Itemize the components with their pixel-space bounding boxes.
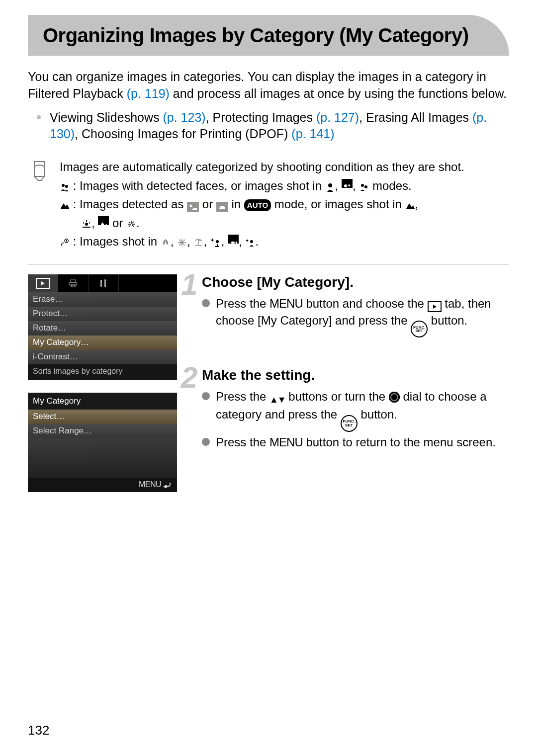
step-number: 1 — [181, 267, 197, 302]
night-snapshot-mode-icon — [342, 179, 353, 188]
menu-footer: MENU — [28, 478, 177, 492]
note-scenery-e: or — [112, 216, 126, 230]
sunset-scene-icon — [216, 202, 228, 212]
menu-button-label: MENU — [269, 435, 303, 449]
blue-sky-scene-icon — [187, 202, 199, 212]
section-title-block: Organizing Images by Category (My Catego… — [28, 15, 509, 56]
menu-row-icontrast: i-Contrast… — [28, 350, 177, 364]
svg-point-23 — [216, 240, 219, 243]
indoor-mode-icon — [210, 237, 221, 248]
note-events-a: : Images shot in — [73, 235, 161, 248]
page-ref-119[interactable]: (p. 119) — [127, 86, 170, 100]
setup-tab-icon — [89, 274, 119, 292]
step2-text-b: buttons or turn the — [285, 390, 389, 403]
menu-button-label: MENU — [269, 297, 303, 310]
screen-header: My Category — [28, 393, 177, 410]
steps-area: Erase… Protect… Rotate… My Category… i-C… — [28, 274, 509, 492]
note-events: : Images shot in , , , , , . — [60, 233, 509, 250]
svg-rect-6 — [61, 208, 69, 209]
auto-mode-icon: AUTO — [244, 199, 271, 211]
note-scenery-c: in — [232, 197, 244, 211]
playback-tab-icon-inline — [428, 301, 442, 312]
feature-protect: , Protecting Images — [206, 110, 316, 124]
intro-text-b: and process all images at once by using … — [170, 86, 507, 100]
svg-rect-30 — [104, 281, 106, 287]
svg-point-7 — [190, 205, 192, 207]
svg-line-12 — [129, 222, 130, 223]
menu-row-select: Select… — [28, 410, 177, 424]
svg-point-24 — [250, 240, 253, 243]
playback-tab-icon — [28, 274, 58, 292]
beach-mode-icon — [193, 238, 203, 248]
foliage-mode-icon — [161, 238, 171, 248]
svg-point-1 — [65, 185, 68, 188]
portrait-mode-icon — [325, 182, 335, 192]
step-1: 1 Choose [My Category]. Press the MENU b… — [191, 274, 509, 337]
step-title: Choose [My Category]. — [202, 274, 509, 290]
camera-screen-menu: Erase… Protect… Rotate… My Category… i-C… — [28, 274, 177, 380]
svg-point-0 — [62, 184, 65, 187]
page-ref-127[interactable]: (p. 127) — [316, 110, 359, 124]
note-faces-text: : Images with detected faces, or images … — [73, 179, 325, 192]
svg-rect-26 — [71, 280, 76, 282]
menu-row-my-category: My Category… — [28, 336, 177, 350]
func-label-bot: SET — [345, 423, 353, 427]
sunset-mode-icon — [82, 219, 91, 229]
func-label-bot: SET — [415, 329, 423, 333]
kids-pets-mode-icon — [359, 182, 369, 192]
svg-marker-33 — [433, 305, 437, 309]
step-2-bullet-1: Press the buttons or turn the dial to ch… — [202, 388, 509, 431]
step-2: 2 Make the setting. Press the buttons or… — [191, 367, 509, 450]
landscape-mode-icon — [405, 200, 415, 210]
feature-list: Viewing Slideshows (p. 123), Protecting … — [28, 109, 509, 143]
party-mode-icon — [245, 238, 255, 248]
step1-text-d: button. — [428, 314, 467, 327]
up-down-arrows-icon — [269, 394, 285, 406]
note-intro: Images are automatically categorized by … — [60, 159, 509, 175]
func-set-button-icon: FUNC.SET — [341, 415, 358, 432]
note-scenery: : Images detected as or in AUTO mode, or… — [60, 196, 509, 213]
step-title: Make the setting. — [202, 367, 509, 383]
control-dial-icon — [389, 392, 400, 403]
events-category-icon — [60, 238, 70, 248]
step2b-text-b: button to return to the menu screen. — [303, 435, 496, 449]
step2-text-a: Press the — [216, 390, 269, 403]
svg-point-31 — [100, 285, 102, 287]
note-faces: : Images with detected faces, or images … — [60, 177, 509, 194]
svg-rect-29 — [100, 280, 102, 285]
menu-row-rotate: Rotate… — [28, 321, 177, 336]
step-2-bullet-2: Press the MENU button to return to the m… — [202, 434, 509, 451]
scenery-category-icon — [60, 200, 70, 210]
print-tab-icon — [58, 274, 89, 292]
note-box: Images are automatically categorized by … — [28, 153, 509, 264]
step1-text-a: Press the — [216, 297, 269, 310]
svg-point-2 — [328, 183, 332, 187]
feature-dpof: , Choosing Images for Printing (DPOF) — [75, 127, 291, 141]
back-arrow-icon — [163, 481, 172, 488]
note-scenery-d: mode, or images shot in — [274, 197, 405, 211]
camera-screen-my-category: My Category Select… Select Range… MENU — [28, 393, 177, 492]
page-ref-123[interactable]: (p. 123) — [163, 110, 205, 124]
menu-label: MENU — [139, 480, 161, 489]
note-scenery-a: : Images detected as — [73, 197, 187, 211]
feature-erase: , Erasing All Images — [359, 110, 472, 124]
note-scenery-cont: , or . — [60, 215, 509, 232]
page-ref-141[interactable]: (p. 141) — [291, 127, 334, 141]
svg-line-14 — [129, 225, 130, 227]
step-number: 2 — [181, 360, 197, 395]
svg-line-13 — [132, 222, 134, 223]
snow-mode-icon — [177, 238, 187, 248]
menu-row-protect: Protect… — [28, 307, 177, 321]
intro-paragraph: You can organize images in categories. Y… — [28, 69, 509, 102]
note-scenery-b: or — [202, 197, 216, 211]
menu-row-erase: Erase… — [28, 292, 177, 307]
step2b-text-a: Press the — [216, 435, 269, 449]
svg-point-17 — [66, 240, 67, 242]
menu-description: Sorts images by category — [28, 364, 177, 380]
svg-point-3 — [344, 184, 347, 187]
note-faces-text-end: modes. — [372, 179, 412, 192]
step2-text-d: button. — [358, 408, 397, 421]
page-number: 132 — [28, 723, 49, 738]
svg-point-32 — [104, 279, 106, 281]
feature-slideshows: Viewing Slideshows — [50, 110, 163, 124]
